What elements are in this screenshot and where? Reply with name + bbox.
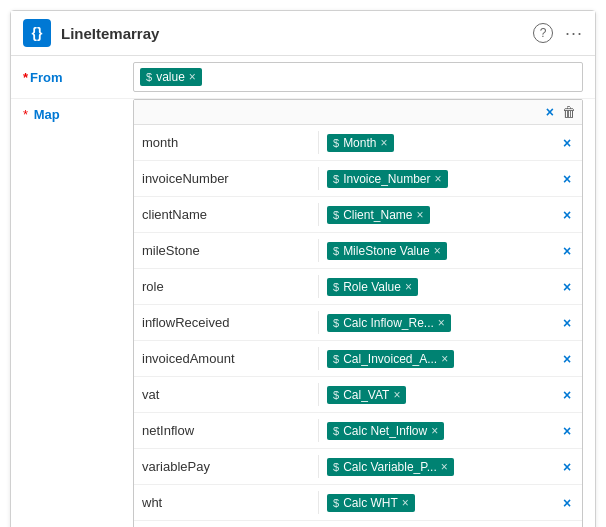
- map-header-row: × 🗑: [134, 100, 582, 125]
- map-value-token-6: $ Cal_Invoiced_A... ×: [327, 350, 454, 368]
- table-row: invoicedAmount $ Cal_Invoiced_A... × ×: [134, 341, 582, 377]
- from-value: $ value ×: [133, 62, 583, 92]
- table-row: role $ Role Value × ×: [134, 269, 582, 305]
- map-value-token-7: $ Cal_VAT ×: [327, 386, 406, 404]
- map-row-delete-10[interactable]: ×: [563, 495, 571, 511]
- map-value-cell-0: $ Month ×: [319, 130, 552, 156]
- map-row-delete-9[interactable]: ×: [563, 459, 571, 475]
- map-key-8: netInflow: [134, 419, 319, 442]
- from-token-close[interactable]: ×: [189, 70, 196, 84]
- map-value-token-1: $ Invoice_Number ×: [327, 170, 448, 188]
- from-token-input[interactable]: $ value ×: [133, 62, 583, 92]
- map-delete-cell-4: ×: [552, 279, 582, 295]
- map-delete-all-button[interactable]: 🗑: [562, 104, 576, 120]
- table-row: wht $ Calc WHT × ×: [134, 485, 582, 521]
- map-value-cell-4: $ Role Value ×: [319, 274, 552, 300]
- map-token-close-7[interactable]: ×: [393, 388, 400, 402]
- map-value-token-5: $ Calc Inflow_Re... ×: [327, 314, 451, 332]
- map-token-close-6[interactable]: ×: [441, 352, 448, 366]
- header-icon: {}: [23, 19, 51, 47]
- map-required-star: *: [23, 107, 32, 122]
- map-token-close-10[interactable]: ×: [402, 496, 409, 510]
- from-token: $ value ×: [140, 68, 202, 86]
- map-label: Map: [34, 107, 60, 122]
- map-key-0: month: [134, 131, 319, 154]
- map-token-icon-2: $: [333, 209, 339, 221]
- map-value-token-0: $ Month ×: [327, 134, 394, 152]
- map-value-token-8: $ Calc Net_Inflow ×: [327, 422, 444, 440]
- from-token-text: value: [156, 70, 185, 84]
- map-token-close-2[interactable]: ×: [417, 208, 424, 222]
- map-row-delete-3[interactable]: ×: [563, 243, 571, 259]
- table-row: inflowReceived $ Calc Inflow_Re... × ×: [134, 305, 582, 341]
- map-delete-cell-6: ×: [552, 351, 582, 367]
- map-delete-cell-3: ×: [552, 243, 582, 259]
- map-key-5: inflowReceived: [134, 311, 319, 334]
- map-delete-cell-8: ×: [552, 423, 582, 439]
- table-row: month $ Month × ×: [134, 125, 582, 161]
- map-section: * Map × 🗑 month $ Month ×: [11, 99, 595, 527]
- map-value-cell-7: $ Cal_VAT ×: [319, 382, 552, 408]
- map-token-text-7: Cal_VAT: [343, 388, 389, 402]
- from-token-icon: $: [146, 71, 152, 83]
- more-button[interactable]: ···: [565, 23, 583, 44]
- map-key-7: vat: [134, 383, 319, 406]
- map-value-cell-9: $ Calc Variable_P... ×: [319, 454, 552, 480]
- map-token-icon-7: $: [333, 389, 339, 401]
- map-token-icon-10: $: [333, 497, 339, 509]
- map-row-delete-8[interactable]: ×: [563, 423, 571, 439]
- map-token-text-10: Calc WHT: [343, 496, 398, 510]
- map-token-text-4: Role Value: [343, 280, 401, 294]
- map-key-4: role: [134, 275, 319, 298]
- map-token-close-3[interactable]: ×: [434, 244, 441, 258]
- map-token-text-5: Calc Inflow_Re...: [343, 316, 434, 330]
- map-value-token-10: $ Calc WHT ×: [327, 494, 415, 512]
- map-value-cell-1: $ Invoice_Number ×: [319, 166, 552, 192]
- map-delete-cell-1: ×: [552, 171, 582, 187]
- header-right: ? ···: [533, 23, 583, 44]
- header-left: {} LineItemarray: [23, 19, 159, 47]
- from-field-row: *From $ value ×: [11, 56, 595, 99]
- map-row-delete-7[interactable]: ×: [563, 387, 571, 403]
- map-token-text-1: Invoice_Number: [343, 172, 430, 186]
- map-key-1: invoiceNumber: [134, 167, 319, 190]
- map-value-token-9: $ Calc Variable_P... ×: [327, 458, 454, 476]
- help-button[interactable]: ?: [533, 23, 553, 43]
- map-row-delete-2[interactable]: ×: [563, 207, 571, 223]
- map-token-icon-3: $: [333, 245, 339, 257]
- map-delete-cell-5: ×: [552, 315, 582, 331]
- card-title: LineItemarray: [61, 25, 159, 42]
- card-body: *From $ value × * Map: [11, 56, 595, 527]
- map-row-delete-5[interactable]: ×: [563, 315, 571, 331]
- table-row: clientName $ Client_Name × ×: [134, 197, 582, 233]
- map-token-icon-9: $: [333, 461, 339, 473]
- map-token-close-5[interactable]: ×: [438, 316, 445, 330]
- map-value-cell-6: $ Cal_Invoiced_A... ×: [319, 346, 552, 372]
- map-token-text-6: Cal_Invoiced_A...: [343, 352, 437, 366]
- map-clear-all-button[interactable]: ×: [546, 104, 554, 120]
- header-icon-label: {}: [32, 25, 43, 41]
- map-value-cell-10: $ Calc WHT ×: [319, 490, 552, 516]
- map-row-delete-6[interactable]: ×: [563, 351, 571, 367]
- map-token-close-9[interactable]: ×: [441, 460, 448, 474]
- table-row: netCreditedToAcct $ C Net_Credited... × …: [134, 521, 582, 527]
- table-row: mileStone $ MileStone Value × ×: [134, 233, 582, 269]
- map-key-10: wht: [134, 491, 319, 514]
- map-row-delete-1[interactable]: ×: [563, 171, 571, 187]
- map-token-icon-5: $: [333, 317, 339, 329]
- map-value-cell-5: $ Calc Inflow_Re... ×: [319, 310, 552, 336]
- map-key-3: mileStone: [134, 239, 319, 262]
- map-token-close-4[interactable]: ×: [405, 280, 412, 294]
- map-row-delete-0[interactable]: ×: [563, 135, 571, 151]
- map-row-delete-4[interactable]: ×: [563, 279, 571, 295]
- table-row: netInflow $ Calc Net_Inflow × ×: [134, 413, 582, 449]
- card-header: {} LineItemarray ? ···: [11, 11, 595, 56]
- map-token-close-8[interactable]: ×: [431, 424, 438, 438]
- map-label-col: * Map: [23, 99, 133, 527]
- map-key-2: clientName: [134, 203, 319, 226]
- map-token-close-1[interactable]: ×: [435, 172, 442, 186]
- map-value-token-4: $ Role Value ×: [327, 278, 418, 296]
- map-token-close-0[interactable]: ×: [380, 136, 387, 150]
- table-row: vat $ Cal_VAT × ×: [134, 377, 582, 413]
- map-delete-cell-0: ×: [552, 135, 582, 151]
